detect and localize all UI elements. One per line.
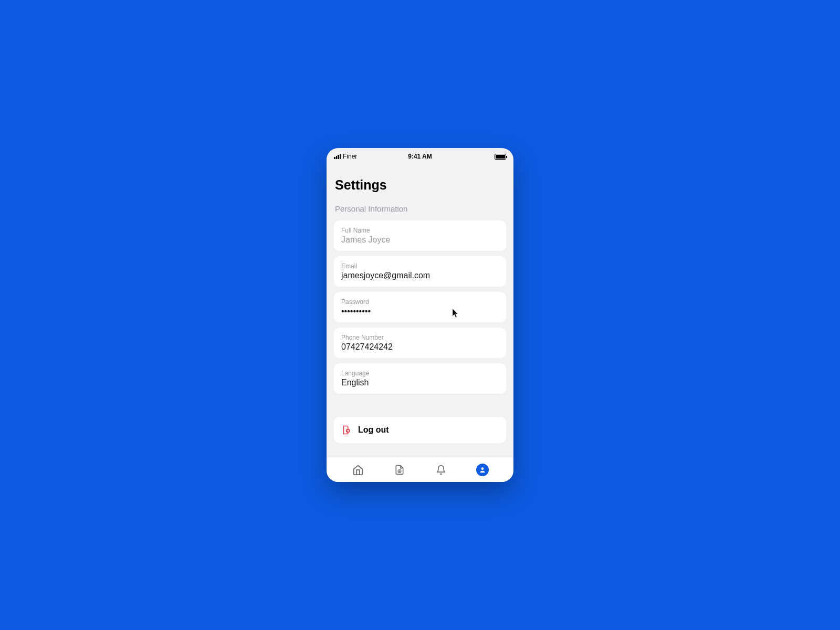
- field-value: jamesjoyce@gmail.com: [341, 271, 499, 280]
- page-title: Settings: [334, 177, 506, 193]
- bottom-nav: [327, 457, 513, 482]
- email-field[interactable]: Email jamesjoyce@gmail.com: [334, 256, 506, 287]
- status-bar: Finer 9:41 AM: [327, 151, 513, 162]
- field-label: Phone Number: [341, 334, 499, 341]
- field-label: Password: [341, 298, 499, 306]
- status-time: 9:41 AM: [408, 153, 432, 160]
- logout-label: Log out: [358, 425, 389, 435]
- password-field[interactable]: Password ••••••••••: [334, 292, 506, 322]
- bell-icon: [436, 464, 446, 476]
- carrier-label: Finer: [343, 153, 357, 160]
- signal-icon: [334, 154, 341, 159]
- logout-icon: [341, 425, 351, 435]
- field-value: James Joyce: [341, 235, 499, 245]
- field-label: Language: [341, 370, 499, 377]
- field-value: ••••••••••: [341, 307, 499, 316]
- section-label: Personal Information: [334, 204, 506, 213]
- field-value: English: [341, 378, 499, 387]
- language-field[interactable]: Language English: [334, 363, 506, 394]
- logout-button[interactable]: Log out: [334, 417, 506, 443]
- field-label: Full Name: [341, 227, 499, 234]
- nav-home[interactable]: [352, 464, 364, 476]
- nav-add-document[interactable]: [393, 464, 406, 476]
- home-icon: [352, 464, 364, 476]
- profile-icon: [476, 464, 489, 476]
- content-area: Settings Personal Information Full Name …: [327, 162, 513, 457]
- battery-icon: [495, 154, 506, 160]
- field-label: Email: [341, 262, 499, 270]
- phone-field[interactable]: Phone Number 07427424242: [334, 328, 506, 358]
- field-value: 07427424242: [341, 342, 499, 352]
- svg-point-2: [481, 467, 484, 470]
- add-document-icon: [394, 464, 405, 476]
- full-name-field[interactable]: Full Name James Joyce: [334, 220, 506, 251]
- nav-profile[interactable]: [476, 464, 489, 476]
- status-left: Finer: [334, 153, 357, 160]
- nav-notifications[interactable]: [435, 464, 447, 476]
- phone-frame: Finer 9:41 AM Settings Personal Informat…: [327, 148, 513, 482]
